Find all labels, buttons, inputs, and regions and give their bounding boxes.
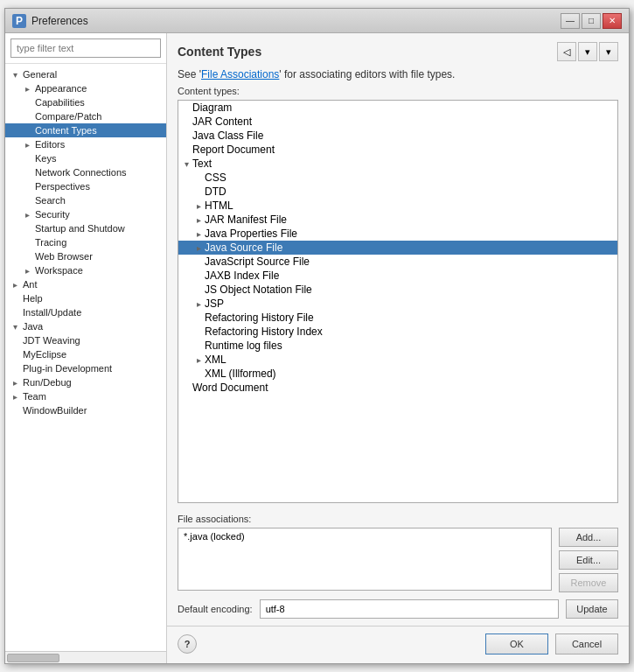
sidebar-item-web-browser[interactable]: Web Browser — [5, 249, 166, 263]
sidebar-item-compare-patch[interactable]: Compare/Patch — [5, 109, 166, 123]
list-label-diagram: Diagram — [192, 102, 232, 114]
sidebar-item-windowbuilder[interactable]: WindowBuilder — [5, 403, 166, 417]
list-item-runtime-log-files[interactable]: Runtime log files — [178, 339, 617, 353]
list-label-dtd: DTD — [205, 186, 226, 198]
list-item-javascript-source-file[interactable]: JavaScript Source File — [178, 255, 617, 269]
expand-icon-search — [21, 194, 33, 206]
forward-dropdown[interactable]: ▾ — [578, 42, 597, 61]
list-item-jsp[interactable]: JSP — [178, 297, 617, 311]
list-label-html: HTML — [205, 200, 233, 212]
back-button[interactable]: ◁ — [557, 42, 576, 61]
sidebar-item-tracing[interactable]: Tracing — [5, 235, 166, 249]
list-item-refactoring-history-index[interactable]: Refactoring History Index — [178, 325, 617, 339]
sidebar-item-appearance[interactable]: Appearance — [5, 81, 166, 95]
encoding-input[interactable] — [260, 599, 559, 619]
sidebar-item-network-connections[interactable]: Network Connections — [5, 165, 166, 179]
minimize-button[interactable]: — — [561, 13, 580, 29]
search-input[interactable] — [10, 38, 161, 58]
remove-button[interactable]: Remove — [559, 573, 618, 592]
expand-icon-windowbuilder — [9, 404, 21, 416]
sidebar-item-help[interactable]: Help — [5, 291, 166, 305]
list-item-refactoring-history[interactable]: Refactoring History File — [178, 311, 617, 325]
edit-button[interactable]: Edit... — [559, 550, 618, 570]
sidebar-item-jdt-weaving[interactable]: JDT Weaving — [5, 333, 166, 347]
horizontal-scrollbar[interactable] — [5, 651, 166, 663]
sidebar-item-content-types[interactable]: Content Types — [5, 123, 166, 137]
tree-label-capabilities: Capabilities — [33, 97, 85, 108]
expand-icon-web-browser — [21, 250, 33, 262]
sidebar-item-security[interactable]: Security — [5, 207, 166, 221]
sidebar-item-run-debug[interactable]: Run/Debug — [5, 375, 166, 389]
file-associations-list[interactable]: *.java (locked) — [178, 528, 552, 591]
sidebar-item-search[interactable]: Search — [5, 193, 166, 207]
panel-title: Content Types — [178, 45, 261, 59]
expand-icon-jdt-weaving — [9, 334, 21, 346]
tree-label-keys: Keys — [33, 153, 56, 164]
sidebar-item-team[interactable]: Team — [5, 389, 166, 403]
list-item-jar-manifest[interactable]: JAR Manifest File — [178, 213, 617, 227]
scroll-thumb[interactable] — [7, 654, 59, 662]
list-expand-xml — [192, 355, 205, 365]
expand-icon-keys — [21, 152, 33, 164]
sidebar-item-java[interactable]: Java — [5, 319, 166, 333]
tree-label-search: Search — [33, 195, 66, 206]
list-expand-jar-manifest — [192, 215, 205, 225]
sidebar-item-editors[interactable]: Editors — [5, 137, 166, 151]
file-assoc-item[interactable]: *.java (locked) — [180, 530, 549, 542]
list-label-jsp: JSP — [205, 298, 224, 310]
list-item-java-properties-file[interactable]: Java Properties File — [178, 227, 617, 241]
file-associations-section: File associations: *.java (locked) Add..… — [178, 514, 618, 592]
action-dropdown[interactable]: ▾ — [599, 42, 618, 61]
sidebar-item-general[interactable]: General — [5, 67, 166, 81]
encoding-label: Default encoding: — [178, 604, 253, 614]
sidebar-item-install-update[interactable]: Install/Update — [5, 305, 166, 319]
tree-label-tracing: Tracing — [33, 237, 66, 248]
list-item-text[interactable]: Text — [178, 157, 617, 171]
app-icon: P — [12, 14, 26, 28]
help-button[interactable]: ? — [178, 634, 197, 654]
list-item-js-object-notation[interactable]: JS Object Notation File — [178, 283, 617, 297]
tree-label-run-debug: Run/Debug — [21, 377, 72, 388]
list-item-jaxb-index-file[interactable]: JAXB Index File — [178, 269, 617, 283]
list-item-xml-illformed[interactable]: XML (Illformed) — [178, 367, 617, 381]
main-content: GeneralAppearanceCapabilitiesCompare/Pat… — [5, 33, 629, 663]
list-item-dtd[interactable]: DTD — [178, 185, 617, 199]
sidebar-item-perspectives[interactable]: Perspectives — [5, 179, 166, 193]
sidebar: GeneralAppearanceCapabilitiesCompare/Pat… — [5, 33, 167, 663]
content-types-list[interactable]: DiagramJAR ContentJava Class FileReport … — [178, 100, 618, 503]
list-expand-java-properties-file — [192, 229, 205, 239]
list-item-java-source-file[interactable]: Java Source File — [178, 241, 617, 255]
sidebar-item-startup-shutdow[interactable]: Startup and Shutdow — [5, 221, 166, 235]
sidebar-item-capabilities[interactable]: Capabilities — [5, 95, 166, 109]
tree-label-startup-shutdow: Startup and Shutdow — [33, 223, 125, 234]
right-panels-container: Content Types ◁ ▾ ▾ See 'File Associatio… — [167, 33, 629, 663]
list-item-html[interactable]: HTML — [178, 199, 617, 213]
list-item-css[interactable]: CSS — [178, 171, 617, 185]
file-associations-link[interactable]: File Associations — [201, 68, 279, 80]
cancel-button[interactable]: Cancel — [555, 634, 618, 654]
tree-label-content-types: Content Types — [33, 125, 97, 136]
update-button[interactable]: Update — [566, 599, 618, 619]
list-item-diagram[interactable]: Diagram — [178, 101, 617, 115]
sidebar-item-keys[interactable]: Keys — [5, 151, 166, 165]
tree-label-help: Help — [21, 293, 43, 304]
sidebar-item-ant[interactable]: Ant — [5, 277, 166, 291]
list-item-java-class-file[interactable]: Java Class File — [178, 129, 617, 143]
list-label-jar-manifest: JAR Manifest File — [205, 214, 287, 226]
list-item-word-document[interactable]: Word Document — [178, 381, 617, 395]
file-associations-row: *.java (locked) Add... Edit... Remove — [178, 528, 618, 592]
sidebar-item-plugin-development[interactable]: Plug-in Development — [5, 361, 166, 375]
list-item-xml[interactable]: XML — [178, 353, 617, 367]
maximize-button[interactable]: □ — [582, 13, 601, 29]
sidebar-item-workspace[interactable]: Workspace — [5, 263, 166, 277]
list-item-report-document[interactable]: Report Document — [178, 143, 617, 157]
list-label-xml: XML — [205, 354, 226, 366]
ok-button[interactable]: OK — [485, 634, 548, 654]
list-label-xml-illformed: XML (Illformed) — [205, 368, 276, 380]
close-button[interactable]: ✕ — [603, 13, 622, 29]
sidebar-item-myeclipse[interactable]: MyEclipse — [5, 347, 166, 361]
add-button[interactable]: Add... — [559, 528, 618, 547]
file-associations-label: File associations: — [178, 514, 618, 524]
list-item-jar-content[interactable]: JAR Content — [178, 115, 617, 129]
expand-icon-capabilities — [21, 96, 33, 108]
